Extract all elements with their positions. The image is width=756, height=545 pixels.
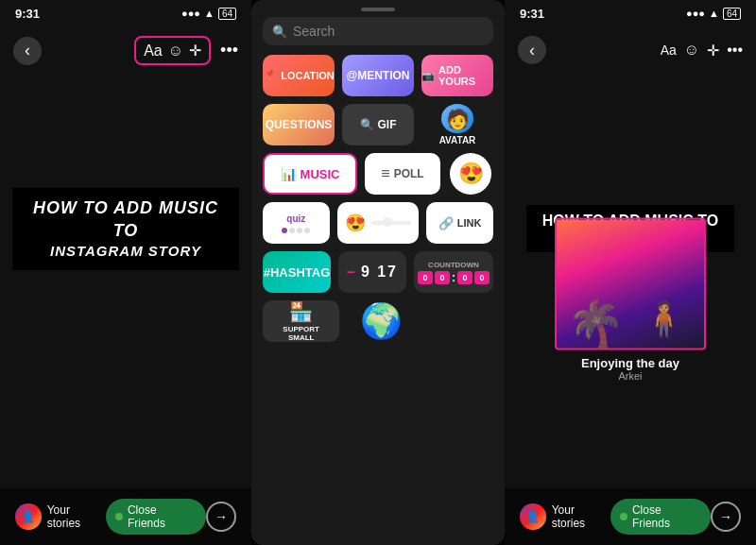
sticker-globe[interactable]: 🌍 [347,300,416,342]
avatar-label: AVATAR [439,135,476,145]
your-stories-button[interactable]: 👤 Your stories [15,503,106,530]
slider-track [371,221,412,225]
move-icon[interactable]: ✛ [189,42,201,60]
hashtag-label: #HASHTAG [264,265,331,280]
stickers-row-6: 🏪 SUPPORTSMALL 🌍 [263,300,493,342]
sticker-icon[interactable]: ☺ [168,43,183,60]
quiz-dots [282,228,310,233]
palm-tree-icon: 🌴 [566,301,625,349]
right-more-button[interactable]: ••• [727,42,743,59]
sticker-time[interactable]: – 9 17 [338,251,406,293]
sticker-support[interactable]: 🏪 SUPPORTSMALL [263,300,339,342]
music-thumbnail: 🌴 🧍 [555,218,706,350]
sticker-questions[interactable]: QUESTIONS [263,104,335,145]
search-placeholder[interactable]: Search [293,24,335,39]
sticker-emoji-react[interactable]: 😍 [448,153,493,195]
right-close-friends-button[interactable]: Close Friends [610,499,711,535]
close-friends-button[interactable]: Close Friends [106,499,206,535]
sticker-link[interactable]: 🔗 LINK [426,202,493,244]
sticker-hashtag[interactable]: #HASHTAG [263,251,331,293]
support-label: SUPPORTSMALL [283,325,319,342]
toolbar-icon-group[interactable]: Aa ☺ ✛ [134,36,211,65]
close-friends-label: Close Friends [128,503,197,530]
sticker-search-bar[interactable]: 🔍 Search [263,17,493,45]
right-wifi-icon: ▲ [709,8,719,19]
right-battery-icon: 64 [723,8,741,20]
left-panel: 9:31 ●●● ▲ 64 HOW TO ADD MUSIC TO INSTAG… [0,0,251,545]
right-back-button[interactable]: ‹ [518,36,546,64]
left-bottom-bar: 👤 Your stories Close Friends → [0,488,251,545]
person-silhouette-icon: 🧍 [643,299,685,339]
sticker-location[interactable]: 📍 LOCATION [263,55,335,96]
stickers-grid: 📍 LOCATION @MENTION 📷 ADD YOURS QUESTION… [251,55,505,545]
left-toolbar: Aa ☺ ✛ ••• [134,36,238,65]
right-close-friends-label: Close Friends [632,503,701,530]
sticker-mention[interactable]: @MENTION [342,55,414,96]
right-sticker-icon[interactable]: ☺ [684,42,699,59]
music-label: MUSIC [301,167,340,181]
time-digits: 9 17 [361,264,398,281]
right-move-icon[interactable]: ✛ [707,42,719,60]
emoji-bubble: 😍 [450,153,491,195]
left-time: 9:31 [15,7,40,21]
pin-icon: 📍 [263,69,277,82]
avatar-circle: 👤 [15,503,42,530]
search-gif-icon: 🔍 [360,118,374,131]
support-icon: 🏪 [289,300,313,323]
right-back-icon: ‹ [529,41,535,60]
right-green-dot-icon [620,513,627,520]
battery-icon: 64 [218,8,236,20]
left-bg-text-line1: HOW TO ADD MUSIC TO [20,197,232,242]
sticker-music[interactable]: 📊 MUSIC [263,153,357,195]
countdown-label: COUNTDOWN [428,261,479,269]
right-share-arrow-button[interactable]: → [711,502,741,532]
camera-icon: 📷 [421,70,435,82]
right-your-stories-button[interactable]: 👤 Your stories [520,503,610,530]
right-text-icon[interactable]: Aa [661,43,677,58]
stickers-row-1: 📍 LOCATION @MENTION 📷 ADD YOURS [263,55,493,96]
right-time: 9:31 [520,7,544,21]
right-arrow-icon: → [719,509,732,524]
music-artist: Arkei [555,370,706,382]
right-signal-icon: ●●● [686,8,705,19]
countdown-box-3: 0 [457,271,472,284]
sticker-quiz[interactable]: quiz [263,202,330,244]
sticker-picker-panel: 🔍 Search 📍 LOCATION @MENTION 📷 ADD YOURS… [251,0,505,545]
stickers-row-2: QUESTIONS 🔍 GIF 🧑 AVATAR [263,104,493,145]
stickers-row-4: quiz 😍 🔗 LINK [263,202,493,244]
right-your-stories-label: Your stories [552,503,610,530]
sticker-countdown[interactable]: COUNTDOWN 0 0 : 0 0 [414,251,493,293]
arrow-icon: → [215,509,228,524]
sticker-add-yours[interactable]: 📷 ADD YOURS [421,55,493,96]
countdown-boxes: 0 0 : 0 0 [418,271,490,284]
add-yours-label: ADD YOURS [438,64,493,87]
slider-emoji: 😍 [345,213,366,233]
time-separator: – [347,264,357,281]
back-button[interactable]: ‹ [13,37,42,65]
sticker-emoji-slider[interactable]: 😍 [337,202,420,244]
mention-label: @MENTION [346,69,409,82]
link-label: LINK [457,217,482,229]
sticker-poll[interactable]: ≡ POLL [365,153,440,195]
stickers-row-3: 📊 MUSIC ≡ POLL 😍 [263,153,493,195]
more-button[interactable]: ••• [220,41,238,60]
your-stories-label: Your stories [47,503,106,530]
countdown-box-2: 0 [435,271,450,284]
slider-thumb [383,217,392,227]
share-arrow-button[interactable]: → [206,502,236,532]
sticker-avatar[interactable]: 🧑 AVATAR [421,104,493,145]
questions-label: QUESTIONS [266,118,333,131]
music-preview-card[interactable]: 🌴 🧍 Enjoying the day Arkei [555,218,706,382]
sticker-gif[interactable]: 🔍 GIF [342,104,414,145]
countdown-box-4: 0 [474,271,490,284]
countdown-colon: : [452,271,455,284]
music-title: Enjoying the day [555,356,706,370]
quiz-label: quiz [286,213,305,224]
left-header: ‹ Aa ☺ ✛ ••• [0,26,251,75]
back-icon: ‹ [25,41,30,60]
left-bg-text-block: HOW TO ADD MUSIC TO INSTAGRAM STORY [12,188,239,269]
poll-label: POLL [394,167,424,180]
right-bottom-bar: 👤 Your stories Close Friends → [505,488,756,545]
text-icon[interactable]: Aa [144,43,163,60]
drag-indicator [361,8,395,11]
